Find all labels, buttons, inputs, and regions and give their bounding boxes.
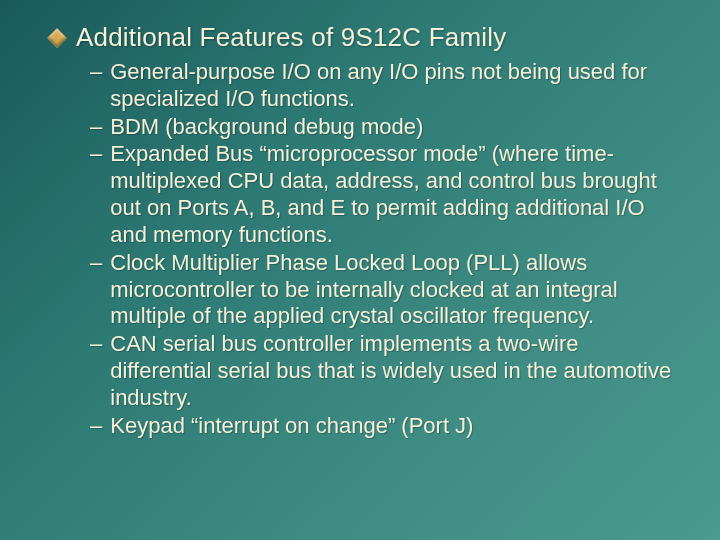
list-item: – Expanded Bus “microprocessor mode” (wh…: [90, 141, 680, 248]
heading-row: Additional Features of 9S12C Family: [50, 22, 680, 53]
slide-heading: Additional Features of 9S12C Family: [76, 22, 506, 53]
dash-icon: –: [90, 413, 102, 440]
sub-list: – General-purpose I/O on any I/O pins no…: [90, 59, 680, 440]
list-item: – Clock Multiplier Phase Locked Loop (PL…: [90, 250, 680, 330]
list-item: – General-purpose I/O on any I/O pins no…: [90, 59, 680, 113]
list-item: – CAN serial bus controller implements a…: [90, 331, 680, 411]
list-item-text: Expanded Bus “microprocessor mode” (wher…: [110, 141, 680, 248]
dash-icon: –: [90, 114, 102, 141]
dash-icon: –: [90, 331, 102, 358]
diamond-bullet-icon: [47, 28, 67, 48]
list-item-text: BDM (background debug mode): [110, 114, 680, 141]
list-item-text: General-purpose I/O on any I/O pins not …: [110, 59, 680, 113]
list-item-text: Keypad “interrupt on change” (Port J): [110, 413, 680, 440]
dash-icon: –: [90, 250, 102, 277]
dash-icon: –: [90, 59, 102, 86]
dash-icon: –: [90, 141, 102, 168]
list-item-text: CAN serial bus controller implements a t…: [110, 331, 680, 411]
list-item-text: Clock Multiplier Phase Locked Loop (PLL)…: [110, 250, 680, 330]
slide-container: Additional Features of 9S12C Family – Ge…: [0, 0, 720, 540]
list-item: – BDM (background debug mode): [90, 114, 680, 141]
list-item: – Keypad “interrupt on change” (Port J): [90, 413, 680, 440]
